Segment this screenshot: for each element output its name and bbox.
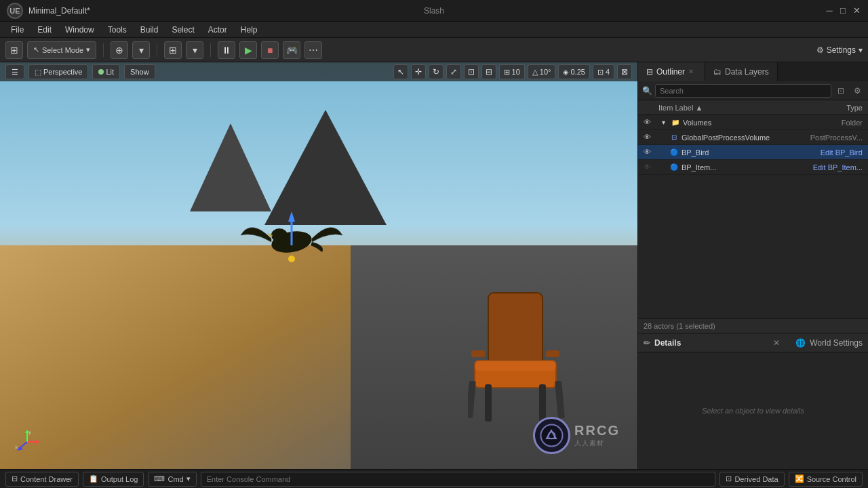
content-drawer-label: Content Drawer bbox=[20, 475, 73, 483]
outliner-tab-close[interactable]: ✕ bbox=[688, 68, 696, 76]
item-label-col-header[interactable]: Item Label ▲ bbox=[658, 104, 703, 112]
svg-text:x: x bbox=[15, 444, 18, 450]
bird bbox=[237, 198, 346, 279]
menu-file[interactable]: File bbox=[5, 24, 29, 36]
viewport[interactable]: ☰ ⬚ Perspective Lit Show ↖ ✛ ↻ ⤢ ⊡ ⊟ bbox=[0, 62, 637, 469]
content-drawer-button[interactable]: ⊟ Content Drawer bbox=[5, 472, 79, 487]
outliner-row-globalpostprocess[interactable]: 👁 ⊡ GlobalPostProcessVolume PostProcessV… bbox=[638, 130, 868, 145]
scale-tool[interactable]: ⤢ bbox=[446, 64, 461, 79]
menu-tools[interactable]: Tools bbox=[102, 24, 132, 36]
snap-arrow[interactable]: ▾ bbox=[186, 41, 203, 59]
data-layers-tab[interactable]: 🗂 Data Layers bbox=[705, 62, 778, 81]
maximize-button[interactable]: □ bbox=[838, 6, 848, 16]
angle-snap-button[interactable]: △ 10° bbox=[528, 64, 556, 79]
cmd-arrow: ▾ bbox=[186, 474, 191, 483]
settings-button[interactable]: ⚙ Settings ▾ bbox=[816, 45, 863, 55]
settings-label: Settings bbox=[827, 45, 856, 55]
watermark-subtitle: 人人素材 bbox=[574, 439, 620, 448]
source-control-button[interactable]: 🔀 Source Control bbox=[789, 472, 863, 487]
data-layers-label: Data Layers bbox=[725, 67, 769, 77]
eye-icon-bpbird: 👁 bbox=[644, 148, 653, 157]
outliner-tab[interactable]: ⊟ Outliner ✕ bbox=[638, 62, 705, 81]
camera-speed-button[interactable]: ◈ 0.25 bbox=[558, 64, 589, 79]
select-mode-label: Select Mode bbox=[42, 46, 83, 54]
outliner-row-volumes[interactable]: 👁 ▾ 📁 Volumes Folder bbox=[638, 115, 868, 130]
menu-select[interactable]: Select bbox=[166, 24, 199, 36]
close-button[interactable]: ✕ bbox=[852, 6, 861, 16]
play-pause-button[interactable]: ⏸ bbox=[218, 41, 235, 59]
menu-bar: File Edit Window Tools Build Select Acto… bbox=[0, 22, 868, 38]
outliner-panel: 🔍 ⊡ ⚙ Item Label ▲ Type 👁 ▾ bbox=[638, 81, 868, 333]
outliner-tab-icon: ⊟ bbox=[646, 67, 653, 77]
watermark-logo bbox=[533, 417, 570, 454]
details-content: Select an object to view details bbox=[638, 352, 868, 469]
details-panel: ✏ Details ✕ 🌐 World Settings Select an o… bbox=[638, 333, 868, 469]
eye-icon-volumes: 👁 bbox=[644, 118, 653, 127]
panel-tabs: ⊟ Outliner ✕ 🗂 Data Layers bbox=[638, 62, 868, 81]
grid-size-label: 10 bbox=[512, 68, 520, 76]
bird-svg bbox=[237, 198, 346, 279]
snap-button[interactable]: ⊞ bbox=[164, 41, 182, 59]
chair bbox=[468, 279, 617, 428]
more-button[interactable]: ⋯ bbox=[304, 41, 322, 59]
outliner-options-button[interactable]: ⊡ bbox=[834, 84, 848, 98]
console-command-input[interactable] bbox=[201, 472, 716, 487]
outliner-column-headers: Item Label ▲ Type bbox=[638, 100, 868, 115]
cmd-button[interactable]: ⌨ Cmd ▾ bbox=[148, 472, 196, 487]
outliner-row-bpitem[interactable]: 👁 🔵 BP_Item... Edit BP_Item... bbox=[638, 160, 868, 175]
app-icon: UE bbox=[7, 3, 23, 19]
world-settings-icon: 🌐 bbox=[795, 338, 806, 348]
toolbar-layout-button[interactable]: ⊞ bbox=[5, 41, 23, 59]
menu-window[interactable]: Window bbox=[60, 24, 100, 36]
svg-point-5 bbox=[288, 256, 295, 262]
details-close-button[interactable]: ✕ bbox=[771, 338, 782, 348]
stop-button[interactable]: ■ bbox=[261, 41, 279, 59]
scale-icon: ⊡ bbox=[597, 68, 604, 77]
blueprint-icon-bpitem: 🔵 bbox=[669, 163, 679, 172]
menu-edit[interactable]: Edit bbox=[32, 24, 57, 36]
scale-snap-button[interactable]: ⊡ 4 bbox=[593, 64, 614, 79]
simulate-button[interactable]: 🎮 bbox=[283, 41, 300, 59]
show-button[interactable]: Show bbox=[124, 64, 155, 79]
play-button[interactable]: ▶ bbox=[239, 41, 257, 59]
viewport-menu-button[interactable]: ☰ bbox=[5, 64, 24, 79]
outliner-settings-button[interactable]: ⚙ bbox=[850, 84, 864, 98]
rotate-tool[interactable]: ↻ bbox=[429, 64, 443, 79]
derived-data-button[interactable]: ⊡ Derived Data bbox=[719, 472, 784, 487]
output-log-button[interactable]: 📋 Output Log bbox=[83, 472, 144, 487]
svg-point-23 bbox=[541, 424, 563, 446]
title-bar-left: UE Minimal_Default* bbox=[7, 3, 90, 19]
camera-icon: ◈ bbox=[563, 68, 568, 77]
derived-data-label: Derived Data bbox=[734, 475, 778, 483]
main-content: ☰ ⬚ Perspective Lit Show ↖ ✛ ↻ ⤢ ⊡ ⊟ bbox=[0, 62, 868, 469]
volumes-label: Volumes bbox=[683, 119, 839, 127]
move-tool[interactable]: ✛ bbox=[411, 64, 426, 79]
grid-size-button[interactable]: ⊞ 10 bbox=[499, 64, 525, 79]
viewport-toolbar: ☰ ⬚ Perspective Lit Show ↖ ✛ ↻ ⤢ ⊡ ⊟ bbox=[0, 62, 637, 81]
source-control-icon: 🔀 bbox=[795, 474, 804, 483]
menu-build[interactable]: Build bbox=[135, 24, 164, 36]
output-log-icon: 📋 bbox=[89, 474, 98, 483]
select-tool[interactable]: ↖ bbox=[393, 64, 408, 79]
svg-point-1 bbox=[271, 228, 288, 242]
bottom-right: ⊡ Derived Data 🔀 Source Control bbox=[719, 472, 863, 487]
menu-help[interactable]: Help bbox=[235, 24, 263, 36]
minimize-button[interactable]: ─ bbox=[825, 6, 834, 16]
perspective-button[interactable]: ⬚ Perspective bbox=[28, 64, 88, 79]
lit-button[interactable]: Lit bbox=[92, 64, 120, 79]
svg-text:y: y bbox=[28, 429, 31, 435]
actor-count-text: 28 actors (1 selected) bbox=[644, 322, 715, 330]
grid-icon: ⊞ bbox=[504, 68, 510, 77]
settings-chevron: ▾ bbox=[859, 45, 863, 55]
svg-rect-6 bbox=[488, 293, 542, 367]
outliner-row-bpbird[interactable]: 👁 🔵 BP_Bird Edit BP_Bird bbox=[638, 145, 868, 160]
add-actor-arrow[interactable]: ▾ bbox=[132, 41, 150, 59]
transform-tool[interactable]: ⊡ bbox=[464, 64, 479, 79]
select-mode-button[interactable]: ↖ Select Mode ▾ bbox=[27, 41, 96, 59]
viewport-options-button[interactable]: ⊠ bbox=[617, 64, 632, 79]
type-col-header: Type bbox=[846, 104, 863, 112]
menu-actor[interactable]: Actor bbox=[203, 24, 233, 36]
surface-snapping[interactable]: ⊟ bbox=[481, 64, 496, 79]
add-actor-button[interactable]: ⊕ bbox=[111, 41, 128, 59]
outliner-search-input[interactable] bbox=[655, 84, 831, 98]
